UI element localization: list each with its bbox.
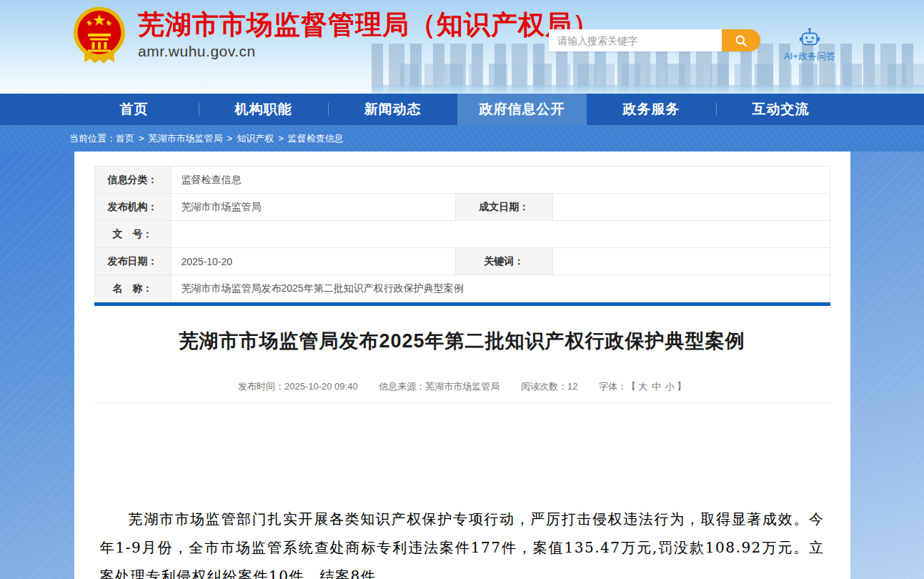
breadcrumb-separator: > — [278, 133, 284, 144]
info-value-doc-number — [171, 221, 830, 248]
site-title: 芜湖市市场监督管理局（知识产权局） — [138, 10, 600, 41]
article-paragraph: 芜湖市市场监管部门扎实开展各类知识产权保护专项行动，严厉打击侵权违法行为，取得显… — [100, 505, 825, 579]
search-button[interactable] — [722, 29, 760, 51]
table-row: 发布机构： 芜湖市市场监管局 成文日期： — [94, 194, 830, 221]
article-meta: 发布时间：2025-10-20 09:40 信息来源：芜湖市市场监管局 阅读次数… — [94, 380, 830, 393]
info-label-name: 名 称： — [94, 275, 171, 302]
content-card: 信息分类： 监督检查信息 发布机构： 芜湖市市场监管局 成文日期： 文 号： 发… — [74, 152, 850, 579]
info-value-publish-date: 2025-10-20 — [171, 248, 455, 275]
document-info-table: 信息分类： 监督检查信息 发布机构： 芜湖市市场监管局 成文日期： 文 号： 发… — [94, 166, 830, 302]
header-tools: AI+政务问答 — [549, 27, 842, 63]
nav-item-functions[interactable]: 机构职能 — [199, 94, 328, 125]
breadcrumb-home[interactable]: 首页 — [116, 132, 134, 145]
info-label-publish-date: 发布日期： — [94, 248, 171, 275]
table-row: 文 号： — [94, 221, 830, 248]
breadcrumb-separator: > — [227, 133, 233, 144]
ai-assistant-widget[interactable]: AI+政务问答 — [778, 27, 842, 63]
site-brand[interactable]: 芜湖市市场监督管理局（知识产权局） amr.wuhu.gov.cn — [71, 5, 600, 68]
robot-icon — [798, 27, 821, 49]
breadcrumb-supervision-info[interactable]: 监督检查信息 — [288, 132, 344, 145]
info-label-doc-number: 文 号： — [94, 221, 171, 248]
breadcrumb: 当前位置： 首页 > 芜湖市市场监管局 > 知识产权 > 监督检查信息 — [0, 125, 924, 152]
table-row: 名 称： 芜湖市市场监管局发布2025年第二批知识产权行政保护典型案例 — [94, 275, 830, 302]
national-emblem-logo — [71, 5, 128, 68]
info-value-category: 监督检查信息 — [171, 167, 830, 194]
info-label-category: 信息分类： — [94, 167, 171, 194]
info-source: 信息来源：芜湖市市场监管局 — [379, 381, 500, 392]
info-value-publisher: 芜湖市市场监管局 — [171, 194, 455, 221]
table-row: 信息分类： 监督检查信息 — [94, 167, 830, 194]
site-url: amr.wuhu.gov.cn — [138, 43, 600, 60]
site-header: 芜湖市市场监督管理局（知识产权局） amr.wuhu.gov.cn — [0, 0, 924, 94]
info-label-publisher: 发布机构： — [94, 194, 171, 221]
brand-text: 芜湖市市场监督管理局（知识产权局） amr.wuhu.gov.cn — [138, 5, 600, 60]
search-box — [549, 29, 760, 51]
main-nav: 首页 机构职能 新闻动态 政府信息公开 政务服务 互动交流 — [0, 94, 924, 125]
ai-assistant-label: AI+政务问答 — [784, 50, 835, 63]
font-size-large[interactable]: 大 — [638, 381, 647, 392]
font-size-control: 字体：【大中小】 — [599, 381, 686, 392]
font-size-medium[interactable]: 中 — [652, 381, 661, 392]
info-label-issue-date: 成文日期： — [455, 194, 552, 221]
nav-item-news[interactable]: 新闻动态 — [328, 94, 457, 125]
breadcrumb-bureau[interactable]: 芜湖市市场监管局 — [149, 132, 223, 145]
meta-divider-line — [94, 402, 830, 403]
article-title: 芜湖市市场监管局发布2025年第二批知识产权行政保护典型案例 — [137, 328, 788, 354]
blue-divider-bar — [94, 302, 830, 306]
nav-item-interaction[interactable]: 互动交流 — [716, 94, 845, 125]
nav-item-home[interactable]: 首页 — [69, 94, 199, 125]
view-count: 阅读次数：12 — [521, 381, 577, 392]
publish-time: 发布时间：2025-10-20 09:40 — [238, 381, 358, 392]
nav-item-gov-info[interactable]: 政府信息公开 — [457, 94, 587, 125]
nav-item-services[interactable]: 政务服务 — [587, 94, 716, 125]
search-input[interactable] — [549, 29, 722, 51]
table-row: 发布日期： 2025-10-20 关键词： — [94, 248, 830, 275]
breadcrumb-ip[interactable]: 知识产权 — [237, 132, 274, 145]
breadcrumb-prefix: 当前位置： — [69, 132, 116, 145]
page-background: 信息分类： 监督检查信息 发布机构： 芜湖市市场监管局 成文日期： 文 号： 发… — [0, 152, 924, 579]
breadcrumb-separator: > — [139, 133, 144, 144]
font-size-small[interactable]: 小 — [665, 381, 675, 392]
info-label-keywords: 关键词： — [455, 248, 552, 275]
info-value-keywords — [552, 248, 830, 275]
search-icon — [734, 34, 748, 48]
info-value-name: 芜湖市市场监管局发布2025年第二批知识产权行政保护典型案例 — [171, 275, 830, 302]
skyline-water — [372, 85, 924, 94]
info-value-issue-date — [552, 194, 830, 221]
